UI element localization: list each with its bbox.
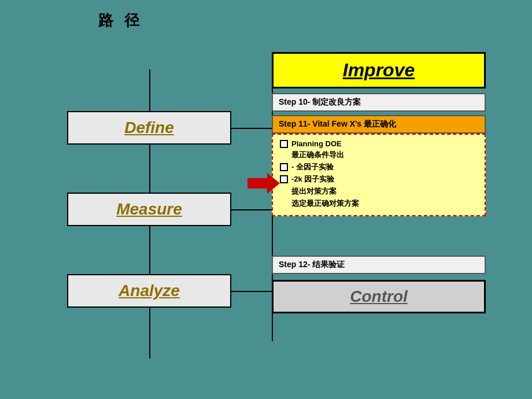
checkbox-3 xyxy=(280,163,288,171)
checklist-item-6: 选定最正确对策方案 xyxy=(280,198,478,209)
define-box: Define xyxy=(67,111,231,145)
checkbox-4 xyxy=(280,175,288,183)
control-box: Control xyxy=(272,280,486,313)
right-panel: Improve Step 10- 制定改良方案 Step 11- Vital F… xyxy=(272,52,486,313)
page-title: 路 径 xyxy=(98,10,143,31)
item5-text: 提出对策方案 xyxy=(291,186,337,197)
item4-text: -2k 因子实验 xyxy=(291,174,334,184)
analyze-label: Analyze xyxy=(119,282,180,300)
step12-text: Step 12- 结果验证 xyxy=(279,260,345,269)
checklist-item-4: -2k 因子实验 xyxy=(280,174,478,184)
checklist-box: Planning DOE 最正确条件导出 - 全因子实验 -2k 因子实验 提出… xyxy=(272,134,486,216)
step12-box: Step 12- 结果验证 xyxy=(272,256,486,274)
item2-text: 最正确条件导出 xyxy=(291,150,344,160)
control-label: Control xyxy=(350,287,408,305)
step11-text: Step 11- Vital Few X's 最正确化 xyxy=(279,119,396,128)
red-arrow-body xyxy=(247,178,269,189)
improve-box: Improve xyxy=(272,52,486,88)
measure-box: Measure xyxy=(67,193,231,226)
analyze-box: Analyze xyxy=(67,274,231,308)
checklist-item-3: - 全因子实验 xyxy=(280,162,478,172)
step10-box: Step 10- 制定改良方案 xyxy=(272,93,486,112)
item6-text: 选定最正确对策方案 xyxy=(291,198,359,209)
red-arrow-head xyxy=(267,173,280,194)
checklist-item-5: 提出对策方案 xyxy=(280,186,478,197)
item1-text: Planning DOE xyxy=(291,139,342,148)
step11-box: Step 11- Vital Few X's 最正确化 xyxy=(272,115,486,134)
item3-text: - 全因子实验 xyxy=(291,162,334,172)
measure-label: Measure xyxy=(116,200,182,219)
checklist-item-1: Planning DOE xyxy=(280,139,478,148)
step10-text: Step 10- 制定改良方案 xyxy=(279,97,361,106)
improve-label: Improve xyxy=(343,60,415,80)
checklist-item-2: 最正确条件导出 xyxy=(280,150,478,160)
define-label: Define xyxy=(124,119,174,137)
spacer xyxy=(272,216,486,251)
checkbox-1 xyxy=(280,140,288,148)
